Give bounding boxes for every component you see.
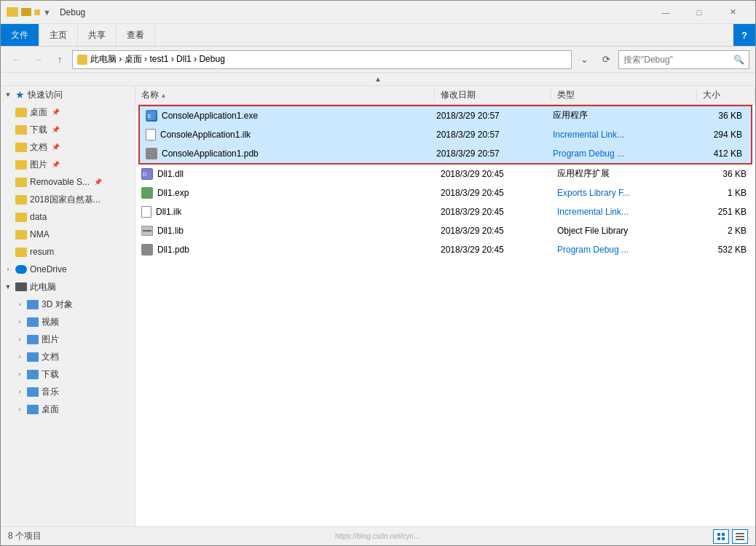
main-content: ▼ ★ 快速访问 桌面 📌 下载 📌 文档 📌 图片 bbox=[1, 86, 755, 526]
sidebar-item-docs1[interactable]: 文档 📌 bbox=[1, 138, 135, 156]
minimize-button[interactable]: — bbox=[649, 1, 682, 24]
sidebar-item-3d[interactable]: › 3D 对象 bbox=[1, 296, 135, 313]
file-row[interactable]: Dll1.lib 2018/3/29 20:45 Object File Lib… bbox=[135, 221, 755, 240]
sidebar-item-desktop1[interactable]: 桌面 📌 bbox=[1, 103, 135, 121]
header-date[interactable]: 修改日期 bbox=[435, 89, 551, 101]
file-date: 2018/3/29 20:57 bbox=[430, 130, 547, 140]
sort-bar: ▲ bbox=[1, 73, 755, 86]
sidebar-item-video[interactable]: › 视频 bbox=[1, 313, 135, 331]
folder-icon bbox=[27, 405, 39, 414]
file-name-cell: Dll1.exp bbox=[135, 187, 435, 199]
list-view-button[interactable] bbox=[732, 529, 748, 544]
sidebar-item-2018[interactable]: 2018国家自然基... bbox=[1, 191, 135, 208]
view-controls bbox=[713, 529, 748, 544]
file-list: E ConsoleApplication1.exe 2018/3/29 20:5… bbox=[135, 105, 755, 526]
maximize-button[interactable]: □ bbox=[682, 1, 716, 24]
refresh-button[interactable]: ⟳ bbox=[596, 50, 615, 69]
folder-icon bbox=[27, 387, 39, 397]
onedrive-header[interactable]: › OneDrive bbox=[1, 261, 135, 278]
sidebar-label: 图片 bbox=[42, 333, 59, 346]
folder-icon bbox=[27, 335, 39, 344]
header-size[interactable]: 大小 bbox=[697, 89, 755, 101]
file-name-cell: Dll1.pdb bbox=[135, 244, 435, 256]
close-button[interactable]: ✕ bbox=[716, 1, 749, 24]
file-name: ConsoleApplication1.pdb bbox=[162, 149, 259, 159]
header-name[interactable]: 名称 ▲ bbox=[135, 89, 435, 101]
sidebar-label: 文档 bbox=[30, 141, 47, 154]
folder-icon bbox=[27, 317, 39, 327]
sidebar-item-desktop2[interactable]: › 桌面 bbox=[1, 400, 135, 418]
file-row[interactable]: Dll1.ilk 2018/3/29 20:45 Incremental Lin… bbox=[135, 202, 755, 221]
up-button[interactable]: ↑ bbox=[50, 50, 69, 69]
folder-icon bbox=[15, 125, 27, 135]
sidebar-item-pics1[interactable]: 图片 📌 bbox=[1, 156, 135, 173]
sidebar-item-music[interactable]: › 音乐 bbox=[1, 383, 135, 400]
onedrive-label: OneDrive bbox=[30, 264, 67, 274]
sidebar-item-removable[interactable]: Removable S... 📌 bbox=[1, 173, 135, 191]
header-type[interactable]: 类型 bbox=[551, 89, 697, 101]
quick-access-label: 快速访问 bbox=[28, 89, 63, 101]
address-bar: ← → ↑ 此电脑 › 桌面 › test1 › Dll1 › Debug ⌄ … bbox=[1, 47, 755, 73]
onedrive-icon bbox=[15, 265, 27, 274]
pin-icon: 📌 bbox=[52, 143, 60, 151]
expand-icon: › bbox=[15, 335, 24, 344]
file-row[interactable]: Dll1.pdb 2018/3/29 20:45 Program Debug .… bbox=[135, 240, 755, 259]
this-pc-header[interactable]: ▼ 此电脑 bbox=[1, 278, 135, 296]
file-size: 36 KB bbox=[697, 169, 755, 179]
sidebar-item-downloads1[interactable]: 下载 📌 bbox=[1, 121, 135, 138]
search-input[interactable] bbox=[623, 55, 733, 65]
dll-icon: D bbox=[141, 168, 153, 180]
help-button[interactable]: ? bbox=[733, 24, 755, 46]
tab-file[interactable]: 文件 bbox=[1, 24, 39, 46]
sep3: › bbox=[171, 54, 176, 64]
title-bar: ▼ Debug — □ ✕ bbox=[1, 1, 755, 24]
address-path[interactable]: 此电脑 › 桌面 › test1 › Dll1 › Debug bbox=[72, 50, 572, 69]
pdb-icon2 bbox=[141, 244, 153, 256]
tab-home[interactable]: 主页 bbox=[39, 24, 78, 46]
title-bar-icons: ▼ bbox=[7, 7, 51, 17]
window-icon-folder bbox=[7, 7, 18, 17]
tab-view[interactable]: 查看 bbox=[117, 24, 155, 46]
file-name: Dll1.dll bbox=[157, 169, 184, 179]
watermark: https://blog.csdn.net/cyn... bbox=[335, 532, 420, 540]
ilk-icon2 bbox=[141, 206, 151, 218]
file-row[interactable]: ConsoleApplication1.pdb 2018/3/29 20:57 … bbox=[140, 144, 751, 163]
file-size: 36 KB bbox=[693, 111, 751, 121]
grid-view-button[interactable] bbox=[713, 529, 729, 544]
expand-icon: › bbox=[15, 317, 24, 326]
sidebar-item-resum[interactable]: resum bbox=[1, 243, 135, 261]
file-size: 1 KB bbox=[697, 188, 755, 198]
pin-icon: 📌 bbox=[94, 178, 102, 186]
sidebar-item-data[interactable]: data bbox=[1, 208, 135, 226]
sidebar-item-downloads2[interactable]: › 下载 bbox=[1, 365, 135, 383]
file-type: Incremental Link... bbox=[547, 130, 693, 140]
file-row[interactable]: ConsoleApplication1.ilk 2018/3/29 20:57 … bbox=[140, 125, 751, 144]
file-row[interactable]: Dll1.exp 2018/3/29 20:45 Exports Library… bbox=[135, 183, 755, 202]
sidebar-label: 下载 bbox=[42, 368, 59, 381]
sidebar-item-nma[interactable]: NMA bbox=[1, 226, 135, 243]
dropdown-button[interactable]: ⌄ bbox=[575, 50, 594, 69]
file-date: 2018/3/29 20:45 bbox=[435, 188, 551, 198]
path-folder-icon bbox=[77, 55, 87, 65]
file-row[interactable]: D Dll1.dll 2018/3/29 20:45 应用程序扩展 36 KB bbox=[135, 165, 755, 183]
svg-text:D: D bbox=[143, 172, 146, 177]
file-name: Dll1.pdb bbox=[157, 245, 189, 255]
sidebar-label: Removable S... bbox=[30, 177, 90, 187]
file-row[interactable]: E ConsoleApplication1.exe 2018/3/29 20:5… bbox=[140, 106, 751, 125]
sidebar-item-pics2[interactable]: › 图片 bbox=[1, 331, 135, 348]
tab-share[interactable]: 共享 bbox=[78, 24, 117, 46]
sidebar-item-docs2[interactable]: › 文档 bbox=[1, 348, 135, 365]
file-area: 名称 ▲ 修改日期 类型 大小 bbox=[135, 86, 755, 526]
quick-access-header[interactable]: ▼ ★ 快速访问 bbox=[1, 86, 135, 103]
search-icon[interactable]: 🔍 bbox=[733, 55, 744, 65]
search-box[interactable]: 🔍 bbox=[618, 50, 749, 69]
file-name-cell: E ConsoleApplication1.exe bbox=[140, 110, 430, 122]
expand-icon: › bbox=[4, 265, 12, 274]
forward-button[interactable]: → bbox=[28, 50, 47, 69]
lib-icon bbox=[141, 226, 153, 236]
window-controls: — □ ✕ bbox=[649, 1, 749, 24]
file-date: 2018/3/29 20:45 bbox=[435, 245, 551, 255]
back-button[interactable]: ← bbox=[7, 50, 25, 69]
explorer-window: ▼ Debug — □ ✕ 文件 主页 共享 查看 ? ← → ↑ 此电脑 › bbox=[0, 0, 756, 546]
file-list-header: 名称 ▲ 修改日期 类型 大小 bbox=[135, 86, 755, 105]
